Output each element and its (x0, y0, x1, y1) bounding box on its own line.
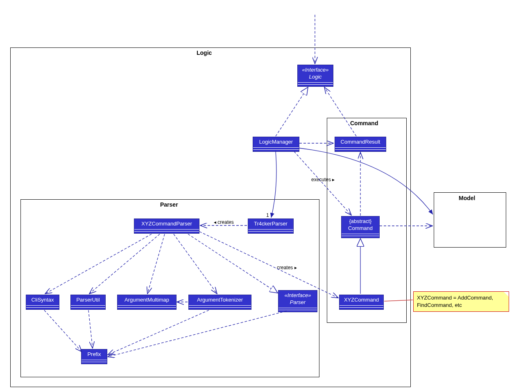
class-command-result: CommandResult (335, 137, 386, 152)
class-xyz-command: XYZCommand (339, 295, 384, 310)
class-name: Logic (309, 74, 321, 80)
class-name: XYZCommand (344, 297, 379, 303)
class-parser-util: ParserUtil (70, 295, 106, 310)
label-one: 1 (266, 212, 269, 218)
class-xyz-command-parser: XYZCommandParser (134, 219, 199, 234)
package-parser-label: Parser (160, 201, 178, 208)
label-creates-2: creates ▸ (277, 265, 297, 270)
class-abstract-command: {abstract} Command (341, 216, 380, 238)
class-name: CliSyntax (32, 297, 54, 303)
diagram-canvas: Logic Parser Command Model «Interface» L… (0, 0, 532, 392)
note-text: XYZCommand = AddCommand, FindCommand, et… (417, 295, 493, 308)
class-argument-tokenizer: ArgumentTokenizer (188, 295, 251, 310)
class-name: ParserUtil (76, 297, 100, 303)
class-name: Tr4ckerParser (254, 221, 288, 227)
class-prefix: Prefix (81, 349, 107, 364)
class-name: Prefix (87, 351, 101, 357)
class-name: ArgumentMultimap (125, 297, 169, 303)
stereotype-label: «Interface» (284, 292, 311, 298)
package-model-label: Model (459, 195, 475, 201)
note-xyz-command: XYZCommand = AddCommand, FindCommand, et… (413, 291, 509, 312)
stereotype-label: «Interface» (302, 67, 328, 73)
class-name: CommandResult (341, 139, 380, 145)
class-name: ArgumentTokenizer (197, 297, 243, 303)
class-name: XYZCommandParser (141, 221, 192, 227)
label-creates-1: ◂ creates (214, 219, 234, 225)
class-logic-interface: «Interface» Logic (297, 65, 333, 87)
package-command-label: Command (350, 120, 378, 126)
class-cli-syntax: CliSyntax (26, 295, 59, 310)
class-argument-multimap: ArgumentMultimap (117, 295, 177, 310)
class-logic-manager: LogicManager (253, 137, 299, 152)
package-logic-label: Logic (197, 50, 212, 56)
class-name: LogicManager (259, 139, 293, 145)
stereotype-label: {abstract} (349, 218, 372, 224)
class-tr4cker-parser: Tr4ckerParser (248, 219, 294, 234)
class-name: Parser (290, 299, 306, 305)
class-name: Command (348, 225, 373, 231)
label-executes: executes ▸ (311, 177, 335, 182)
class-parser-interface: «Interface» Parser (278, 290, 317, 312)
